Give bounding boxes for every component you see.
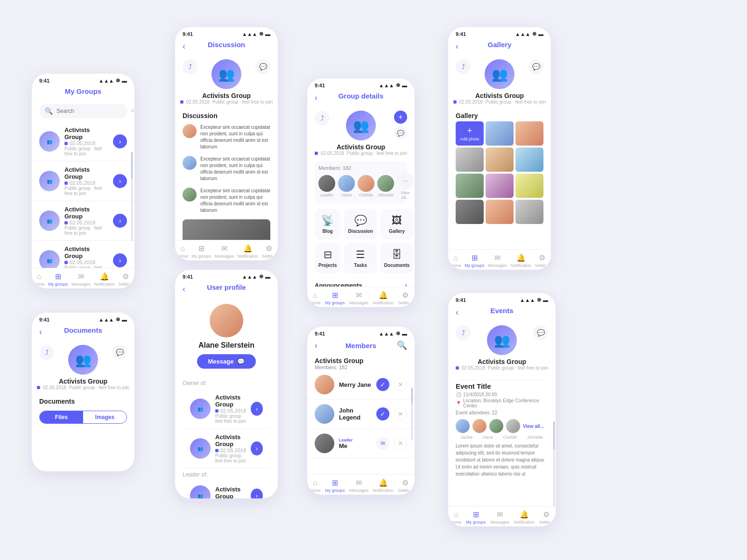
group-list-item[interactable]: 👥 Activists Group 02.05.2018 Public grou… [32,161,134,201]
gallery-cell-6[interactable] [456,174,484,198]
add-btn-gd[interactable]: + [394,111,407,124]
scrollbar-members[interactable] [411,388,413,441]
feature-blog[interactable]: 📡 Blog [315,209,340,239]
nav-mygroups-7[interactable]: ⊞My groups [325,478,345,493]
arrow-btn-1[interactable]: › [113,134,127,148]
pg-arrow-1[interactable]: › [251,402,263,416]
nav-messages-7[interactable]: ✉Messages [349,478,368,493]
nav-mygroups-2[interactable]: ⊞My groups [191,244,211,259]
nav-home-8[interactable]: ⌂Home [451,511,462,525]
feature-projects[interactable]: ⊟ Projects [315,243,340,273]
back-btn-gallery[interactable]: ‹ [456,42,458,51]
members-search-btn[interactable]: 🔍 [397,340,407,350]
tab-files[interactable]: Files [40,411,83,423]
tab-images[interactable]: Images [83,411,127,423]
nav-settings-7[interactable]: ⚙Settin... [398,478,413,493]
member-viewall[interactable]: ··· View all... [397,173,414,200]
nav-notifications-1[interactable]: 🔔Notification [94,272,115,287]
feature-discussion[interactable]: 💬 Discussion [344,209,376,239]
nav-home-7[interactable]: ⌂Home [310,479,321,493]
nav-notifications-7[interactable]: 🔔Notification [373,478,394,493]
back-btn-discussion[interactable]: ‹ [183,42,185,51]
search-bar[interactable]: 🔍 ✕ [39,104,127,118]
nav-home-1[interactable]: ⌂Home [34,273,45,287]
accept-john[interactable]: ✓ [376,407,389,420]
feature-gallery[interactable]: 🖼 Gallery [381,209,413,239]
feature-tasks[interactable]: ☰ Tasks [344,243,376,273]
add-photo-btn[interactable]: + Add photo [456,121,484,146]
nav-settings-3[interactable]: ⚙Settin... [398,291,413,305]
gallery-cell-10[interactable] [486,200,514,224]
share-btn-gallery[interactable]: ⤴ [456,59,471,74]
chat-btn-docs[interactable]: 💬 [112,345,127,360]
pg-arrow-2[interactable]: › [251,441,263,455]
scrollbar-1[interactable] [131,152,133,241]
back-btn-profile[interactable]: ‹ [183,284,185,294]
nav-notifications-3[interactable]: 🔔Notification [373,291,394,305]
chat-btn-events[interactable]: 💬 [533,325,548,340]
feature-documents[interactable]: 🗄 Documents [381,243,413,273]
gallery-cell-8[interactable] [515,174,543,198]
chat-btn-gd[interactable]: 💬 [394,126,407,140]
group-list-item[interactable]: 👥 Activists Group 02.05.2018 Public grou… [32,122,134,161]
nav-home-3[interactable]: ⌂Home [310,291,321,305]
reject-leader[interactable]: ✕ [394,437,407,450]
nav-mygroups-3[interactable]: ⊞My groups [325,291,345,305]
share-btn-discussion[interactable]: ⤴ [183,59,197,74]
nav-mygroups-8[interactable]: ⊞My groups [466,510,486,525]
gallery-cell-11[interactable] [515,200,543,224]
nav-settings-1[interactable]: ⚙Settin... [119,272,133,287]
gallery-cell-4[interactable] [486,147,514,172]
profile-group-3[interactable]: 👥 Activists Group 02.05.2018 › [183,481,270,498]
group-list-item[interactable]: 👥 Activists Group 02.05.2018 Public grou… [32,201,134,241]
gallery-cell-5[interactable] [515,147,543,172]
tasks-icon: ☰ [356,249,365,261]
back-btn-events[interactable]: ‹ [456,308,458,317]
group-list-item[interactable]: 👥 Activists Group 02.05.2018 Public grou… [32,241,134,271]
gallery-cell-2[interactable] [515,121,543,146]
arrow-btn-2[interactable]: › [113,174,127,188]
profile-group-2[interactable]: 👥 Activists Group 02.05.2018 Public grou… [183,429,270,469]
nav-home-2[interactable]: ⌂Home [177,245,188,259]
nav-mygroups-4[interactable]: ⊞My groups [465,253,484,268]
reject-merry[interactable]: ✕ [394,378,407,391]
gallery-cell-1[interactable] [486,121,514,146]
nav-notifications-4[interactable]: 🔔Notification [511,253,532,268]
nav-messages-2[interactable]: ✉Messages [215,244,234,259]
gallery-cell-9[interactable] [456,200,484,224]
nav-notifications-8[interactable]: 🔔Notification [514,510,535,525]
scrollbar-events[interactable] [553,421,555,515]
reject-john[interactable]: ✕ [394,407,407,420]
arrow-btn-4[interactable]: › [113,253,127,267]
share-btn-docs[interactable]: ⤴ [39,345,54,360]
nav-messages-4[interactable]: ✉Messages [488,253,507,268]
nav-settings-2[interactable]: ⚙Settin... [262,244,276,259]
gallery-cell-7[interactable] [486,174,514,198]
nav-messages-1[interactable]: ✉Messages [71,272,91,287]
nav-messages-8[interactable]: ✉Messages [490,510,509,525]
arrow-btn-3[interactable]: › [113,214,127,228]
nav-mygroups-1[interactable]: ⊞My groups [48,272,68,287]
pg-arrow-3[interactable]: › [251,489,263,498]
nav-home-4[interactable]: ⌂Home [450,254,461,268]
view-all-attendees[interactable]: View all... [523,424,544,429]
back-btn-gd[interactable]: ‹ [315,93,317,103]
more-members-btn[interactable]: ··· [397,173,414,189]
chat-btn-discussion[interactable]: 💬 [255,59,270,74]
nav-notifications-2[interactable]: 🔔Notification [238,244,259,259]
clear-icon[interactable]: ✕ [130,108,134,114]
nav-messages-3[interactable]: ✉Messages [349,291,368,305]
search-input[interactable] [56,108,127,114]
nav-settings-8[interactable]: ⚙Settin... [539,510,554,525]
msg-leader-btn[interactable]: ✉ [376,437,389,450]
accept-merry[interactable]: ✓ [376,378,389,391]
back-btn-members[interactable]: ‹ [315,341,317,350]
chat-btn-gallery[interactable]: 💬 [529,59,543,74]
share-btn-events[interactable]: ⤴ [456,325,471,340]
back-btn-docs[interactable]: ‹ [39,327,42,337]
gallery-cell-3[interactable] [456,147,484,172]
message-btn[interactable]: Message 💬 [197,354,256,369]
share-btn-gd[interactable]: ⤴ [315,111,330,126]
profile-group-1[interactable]: 👥 Activists Group 02.05.2018 Public grou… [183,389,270,429]
nav-settings-4[interactable]: ⚙Settin... [535,253,550,268]
